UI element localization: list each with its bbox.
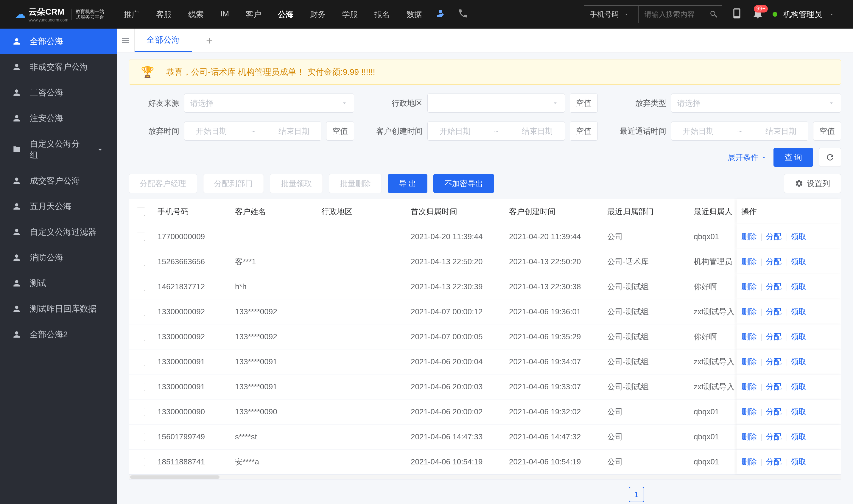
sidebar-item[interactable]: 全部公海2 — [0, 322, 117, 347]
nav-item[interactable]: 公海 — [277, 7, 294, 22]
assign-link[interactable]: 分配 — [766, 407, 781, 417]
sidebar-item[interactable]: 二咨公海 — [0, 80, 117, 105]
refresh-button[interactable] — [819, 148, 841, 167]
phone-icon[interactable] — [458, 8, 469, 21]
delete-link[interactable]: 删除 — [741, 357, 757, 367]
export-button[interactable]: 导 出 — [388, 174, 428, 193]
empty-value-button[interactable]: 空值 — [813, 122, 841, 141]
delete-link[interactable]: 删除 — [741, 307, 757, 317]
table-row[interactable]: 18511888741安****a2021-04-06 10:54:192021… — [129, 449, 841, 474]
table-row[interactable]: 14621837712h*h2021-04-13 22:30:392021-04… — [129, 274, 841, 299]
claim-link[interactable]: 领取 — [791, 231, 806, 242]
delete-link[interactable]: 删除 — [741, 382, 757, 392]
search-type-select[interactable]: 手机号码 — [584, 5, 638, 23]
sidebar-item[interactable]: 非成交客户公海 — [0, 54, 117, 80]
assign-link[interactable]: 分配 — [766, 256, 781, 267]
claim-link[interactable]: 领取 — [791, 382, 806, 392]
sidebar-item[interactable]: 消防公海 — [0, 245, 117, 270]
delete-link[interactable]: 删除 — [741, 407, 757, 417]
claim-link[interactable]: 领取 — [791, 256, 806, 267]
claim-link[interactable]: 领取 — [791, 282, 806, 292]
nav-item[interactable]: 数据 — [405, 7, 423, 22]
select-all-checkbox[interactable] — [137, 208, 145, 216]
delete-link[interactable]: 删除 — [741, 331, 757, 342]
empty-value-button[interactable]: 空值 — [570, 93, 598, 113]
sidebar-item[interactable]: 测试昨日回库数据 — [0, 296, 117, 322]
notification-icon[interactable]: 99+ — [752, 7, 764, 21]
nav-item[interactable]: 推广 — [123, 7, 141, 22]
table-row[interactable]: 13300000091133****00912021-04-06 20:00:0… — [129, 349, 841, 374]
page-button[interactable]: 1 — [629, 487, 644, 502]
assign-link[interactable]: 分配 — [766, 231, 781, 242]
sidebar-item[interactable]: 自定义公海过滤器 — [0, 219, 117, 245]
export-plain-button[interactable]: 不加密导出 — [433, 174, 494, 193]
nav-item[interactable]: 客服 — [155, 7, 173, 22]
user-menu[interactable]: 机构管理员 — [773, 9, 835, 20]
sidebar-item[interactable]: 成交客户公海 — [0, 168, 117, 194]
claim-link[interactable]: 领取 — [791, 331, 806, 342]
table-row[interactable]: 15263663656客***12021-04-13 22:50:202021-… — [129, 249, 841, 274]
row-checkbox[interactable] — [137, 333, 145, 341]
claim-link[interactable]: 领取 — [791, 357, 806, 367]
empty-value-button[interactable]: 空值 — [570, 122, 598, 141]
tab-all-sea[interactable]: 全部公海 — [134, 29, 192, 52]
last-call-range[interactable]: 开始日期~结束日期 — [671, 122, 808, 141]
add-tab-button[interactable]: ＋ — [192, 33, 226, 48]
table-row[interactable]: 177000000092021-04-20 11:39:442021-04-20… — [129, 224, 841, 249]
tablet-icon[interactable] — [731, 7, 743, 21]
row-checkbox[interactable] — [137, 308, 145, 316]
abandon-time-range[interactable]: 开始日期~结束日期 — [184, 122, 321, 141]
nav-item[interactable]: 线索 — [187, 7, 205, 22]
delete-link[interactable]: 删除 — [741, 432, 757, 442]
claim-link[interactable]: 领取 — [791, 432, 806, 442]
table-row[interactable]: 15601799749s****st2021-04-06 14:47:33202… — [129, 425, 841, 449]
create-time-range[interactable]: 开始日期~结束日期 — [428, 122, 565, 141]
expand-filters-link[interactable]: 展开条件 — [728, 152, 767, 163]
sidebar-item[interactable]: 全部公海 — [0, 29, 117, 54]
row-checkbox[interactable] — [137, 458, 145, 466]
columns-button[interactable]: 设置列 — [784, 174, 841, 193]
assign-link[interactable]: 分配 — [766, 282, 781, 292]
nav-item[interactable]: 客户 — [244, 7, 262, 22]
nav-item[interactable]: 学服 — [341, 7, 359, 22]
delete-link[interactable]: 删除 — [741, 282, 757, 292]
assign-link[interactable]: 分配 — [766, 357, 781, 367]
row-checkbox[interactable] — [137, 383, 145, 391]
sidebar-item[interactable]: 测试 — [0, 270, 117, 296]
assign-manager-button[interactable]: 分配客户经理 — [129, 174, 197, 193]
assign-link[interactable]: 分配 — [766, 382, 781, 392]
claim-link[interactable]: 领取 — [791, 457, 806, 467]
table-row[interactable]: 13300000090133****00902021-04-06 20:00:0… — [129, 399, 841, 425]
assign-link[interactable]: 分配 — [766, 331, 781, 342]
abandon-type-select[interactable]: 请选择 — [671, 93, 841, 113]
delete-link[interactable]: 删除 — [741, 457, 757, 467]
sidebar-item[interactable]: 五月天公海 — [0, 194, 117, 219]
friend-source-select[interactable]: 请选择 — [184, 93, 354, 113]
collapse-sidebar-icon[interactable] — [117, 29, 134, 52]
table-row[interactable]: 13300000092133****00922021-04-07 00:00:0… — [129, 324, 841, 349]
assign-link[interactable]: 分配 — [766, 457, 781, 467]
delete-link[interactable]: 删除 — [741, 256, 757, 267]
assign-link[interactable]: 分配 — [766, 307, 781, 317]
row-checkbox[interactable] — [137, 358, 145, 366]
batch-claim-button[interactable]: 批量领取 — [270, 174, 323, 193]
delete-link[interactable]: 删除 — [741, 231, 757, 242]
table-row[interactable]: 13300000091133****00912021-04-06 20:00:0… — [129, 374, 841, 399]
row-checkbox[interactable] — [137, 433, 145, 441]
claim-link[interactable]: 领取 — [791, 407, 806, 417]
nav-item[interactable]: 财务 — [309, 7, 327, 22]
assign-dept-button[interactable]: 分配到部门 — [203, 174, 264, 193]
row-checkbox[interactable] — [137, 233, 145, 241]
assign-link[interactable]: 分配 — [766, 432, 781, 442]
nav-item[interactable]: 报名 — [373, 7, 391, 22]
table-row[interactable]: 13300000092133****00922021-04-07 00:00:1… — [129, 299, 841, 324]
row-checkbox[interactable] — [137, 258, 145, 266]
empty-value-button[interactable]: 空值 — [326, 122, 354, 141]
admin-region-select[interactable] — [428, 93, 565, 113]
nav-item[interactable]: IM — [219, 7, 230, 22]
batch-delete-button[interactable]: 批量删除 — [329, 174, 382, 193]
horizontal-scrollbar[interactable] — [129, 475, 841, 480]
claim-link[interactable]: 领取 — [791, 307, 806, 317]
search-icon[interactable] — [709, 10, 719, 19]
query-button[interactable]: 查 询 — [774, 148, 813, 167]
